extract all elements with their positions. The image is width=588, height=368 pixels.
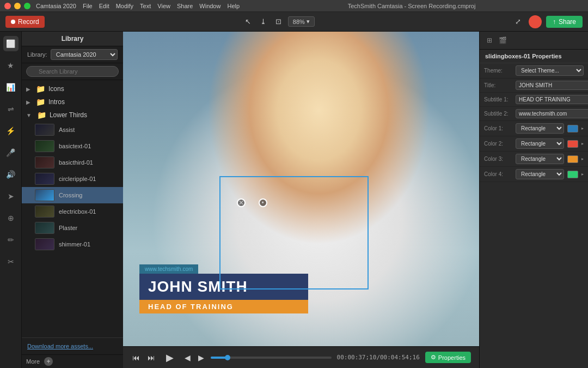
download-more[interactable]: Download more assets...	[22, 337, 123, 354]
list-item[interactable]: electricbox-01	[22, 203, 123, 220]
sidebar-item-mic[interactable]: 🎤	[3, 145, 19, 160]
crop-tool[interactable]: ⊡	[273, 16, 285, 28]
progress-handle[interactable]	[225, 355, 230, 360]
item-thumbnail	[35, 222, 54, 234]
fullscreen-button[interactable]: ⤢	[512, 16, 524, 28]
sidebar-item-callouts[interactable]: 📊	[3, 80, 19, 95]
drag-handle-right[interactable]: •	[259, 198, 267, 207]
title-input[interactable]	[516, 81, 588, 90]
menu-text[interactable]: Text	[140, 3, 151, 9]
minimize-dot[interactable]	[14, 3, 21, 9]
color3-swatch[interactable]	[567, 155, 578, 163]
next-frame-button[interactable]: ▶	[197, 352, 205, 363]
drag-handle-left[interactable]: ✕	[237, 198, 246, 207]
lower-third-name: JOHN SMITH	[139, 274, 308, 300]
list-item-crossing[interactable]: Crossing	[22, 187, 123, 203]
video-background: www.techsmith.com JOHN SMITH HEAD OF TRA…	[123, 32, 479, 346]
theme-dropdown[interactable]: Select Theme...	[516, 65, 584, 76]
library-dropdown[interactable]: Camtasia 2020	[51, 49, 118, 60]
item-thumbnail	[35, 124, 54, 136]
menu-file[interactable]: File	[83, 3, 93, 9]
sidebar-item-tools[interactable]: ✂	[3, 254, 19, 269]
sidebar-item-cursor[interactable]: ➤	[3, 189, 19, 204]
library-selector: Library: Camtasia 2020	[22, 46, 123, 63]
step-back-button[interactable]: ⏭	[146, 352, 156, 363]
list-item[interactable]: shimmer-01	[22, 236, 123, 252]
prev-frame-button[interactable]: ◀	[183, 352, 192, 363]
menu-share[interactable]: Share	[177, 3, 193, 9]
color2-swatch[interactable]	[567, 140, 578, 148]
share-button[interactable]: ↑ Share	[546, 16, 583, 28]
zoom-display[interactable]: 88% ▾	[288, 16, 315, 27]
move-tool[interactable]: ⤓	[258, 16, 270, 28]
color4-type[interactable]: Rectangle	[516, 169, 564, 179]
add-library-button[interactable]: +	[44, 357, 53, 366]
color1-chevron: ▸	[581, 126, 584, 131]
library-group-icons[interactable]: ▶ 📁 Icons	[22, 82, 123, 95]
library-group-lower-thirds[interactable]: ▼ 📁 Lower Thirds	[22, 108, 123, 122]
menu-help[interactable]: Help	[227, 3, 240, 9]
record-button[interactable]: Record	[5, 16, 45, 28]
title-field-label: Title:	[484, 82, 512, 88]
main-layout: ⬜ ★ 📊 ⇌ ⚡ 🎤 🔊 ➤ ⊕ ✏ ✂ Library Library: C…	[0, 32, 588, 368]
menu-window[interactable]: Window	[199, 3, 220, 9]
list-item[interactable]: basictext-01	[22, 138, 123, 154]
sidebar-item-captions[interactable]: ✏	[3, 232, 19, 248]
properties-header: ⊞ 🎬	[480, 32, 588, 50]
download-more-link[interactable]: Download more assets...	[27, 343, 93, 349]
sidebar-item-favorites[interactable]: ★	[3, 58, 19, 73]
sidebar-item-zoom[interactable]: ⊕	[3, 210, 19, 226]
sidebar-item-behaviors[interactable]: ⚡	[3, 123, 19, 138]
item-label-assist: Assist	[59, 126, 75, 133]
library-group-intros[interactable]: ▶ 📁 Intros	[22, 95, 123, 108]
share-icon: ↑	[553, 18, 556, 26]
folder-icon: 📁	[36, 85, 45, 93]
color1-swatch[interactable]	[567, 125, 578, 132]
group-label-icons: Icons	[48, 85, 64, 93]
item-label-electricbox: electricbox-01	[59, 208, 96, 215]
menu-modify[interactable]: Modify	[116, 3, 133, 9]
search-input[interactable]	[26, 66, 119, 77]
play-button[interactable]: ▶	[162, 349, 178, 366]
list-item[interactable]: Plaster	[22, 220, 123, 236]
menu-edit[interactable]: Edit	[99, 3, 109, 9]
user-avatar[interactable]	[529, 15, 542, 28]
subtitle1-input[interactable]	[516, 95, 588, 104]
progress-bar[interactable]	[211, 357, 332, 359]
list-item[interactable]: Assist	[22, 122, 123, 138]
properties-panel-button[interactable]: ⚙ Properties	[425, 352, 471, 363]
subtitle2-input[interactable]	[516, 109, 588, 118]
item-thumbnail	[35, 206, 54, 218]
color4-swatch[interactable]	[567, 171, 578, 178]
color2-type[interactable]: Rectangle	[516, 138, 564, 149]
library-items: ▶ 📁 Icons ▶ 📁 Intros ▼ 📁 Lower Thirds	[22, 80, 123, 337]
library-header: Library	[22, 32, 123, 46]
menu-view[interactable]: View	[157, 3, 170, 9]
menu-bar[interactable]: Camtasia 2020 File Edit Modify Text View…	[36, 3, 240, 9]
library-selector-label: Library:	[27, 51, 47, 58]
maximize-dot[interactable]	[24, 3, 30, 9]
item-thumbnail	[35, 173, 54, 185]
share-label: Share	[559, 18, 576, 26]
close-dot[interactable]	[4, 3, 11, 9]
sidebar-item-transitions[interactable]: ⇌	[3, 101, 19, 117]
video-container[interactable]: www.techsmith.com JOHN SMITH HEAD OF TRA…	[123, 32, 479, 346]
group-label-lower-thirds: Lower Thirds	[50, 111, 87, 119]
list-item[interactable]: basicthird-01	[22, 154, 123, 171]
skip-to-start-button[interactable]: ⏮	[131, 352, 141, 363]
total-time: 00:04:54;16	[380, 354, 420, 361]
window-controls[interactable]	[4, 3, 30, 9]
sidebar-item-audio[interactable]: 🔊	[3, 167, 19, 182]
props-tab-icon1[interactable]: ⊞	[484, 35, 495, 46]
color1-type[interactable]: Rectangle	[516, 123, 564, 134]
library-bottom-bar: More +	[22, 354, 123, 368]
record-indicator	[11, 20, 15, 24]
sidebar-item-media[interactable]: ⬜	[3, 36, 19, 51]
cursor-tool[interactable]: ↖	[242, 16, 254, 28]
color3-type[interactable]: Rectangle	[516, 154, 564, 164]
props-tab-icon2[interactable]: 🎬	[497, 35, 508, 46]
list-item[interactable]: circleripple-01	[22, 171, 123, 187]
menu-camtasia[interactable]: Camtasia 2020	[36, 3, 76, 9]
color3-label: Color 3:	[484, 156, 512, 162]
theme-label: Theme:	[484, 68, 512, 74]
